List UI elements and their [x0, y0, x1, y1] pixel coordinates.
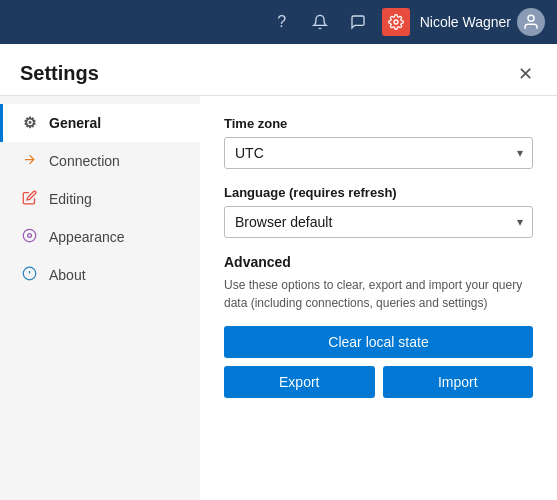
sidebar-label-editing: Editing [49, 191, 92, 207]
username-label: Nicole Wagner [420, 14, 511, 30]
gear-icon: ⚙ [19, 114, 39, 132]
svg-point-0 [394, 20, 398, 24]
connection-icon [19, 152, 39, 170]
timezone-select[interactable]: UTC Local America/New_York America/Los_A… [224, 137, 533, 169]
content-area: Time zone UTC Local America/New_York Ame… [200, 96, 557, 500]
sidebar: ⚙ General Connection Editing [0, 96, 200, 500]
language-label: Language (requires refresh) [224, 185, 533, 200]
advanced-title: Advanced [224, 254, 533, 270]
sidebar-item-connection[interactable]: Connection [0, 142, 200, 180]
export-button[interactable]: Export [224, 366, 375, 398]
svg-point-2 [23, 229, 36, 242]
settings-title: Settings [20, 62, 99, 85]
timezone-label: Time zone [224, 116, 533, 131]
timezone-wrapper: UTC Local America/New_York America/Los_A… [224, 137, 533, 169]
export-import-row: Export Import [224, 366, 533, 398]
clear-local-state-button[interactable]: Clear local state [224, 326, 533, 358]
help-icon[interactable]: ? [268, 8, 296, 36]
user-menu[interactable]: Nicole Wagner [420, 8, 545, 36]
about-icon [19, 266, 39, 284]
advanced-desc: Use these options to clear, export and i… [224, 276, 533, 312]
feedback-icon[interactable] [344, 8, 372, 36]
topbar: ? Nicole Wagner [0, 0, 557, 44]
settings-header: Settings ✕ [0, 44, 557, 95]
appearance-icon [19, 228, 39, 246]
svg-point-3 [27, 234, 31, 238]
svg-point-1 [528, 15, 534, 21]
sidebar-item-appearance[interactable]: Appearance [0, 218, 200, 256]
sidebar-label-appearance: Appearance [49, 229, 125, 245]
language-select[interactable]: Browser default English French German Sp… [224, 206, 533, 238]
import-button[interactable]: Import [383, 366, 534, 398]
sidebar-item-general[interactable]: ⚙ General [0, 104, 200, 142]
notification-icon[interactable] [306, 8, 334, 36]
sidebar-item-editing[interactable]: Editing [0, 180, 200, 218]
editing-icon [19, 190, 39, 208]
settings-body: ⚙ General Connection Editing [0, 95, 557, 500]
sidebar-label-general: General [49, 115, 101, 131]
language-wrapper: Browser default English French German Sp… [224, 206, 533, 238]
main-area: Settings ✕ ⚙ General Connection [0, 44, 557, 500]
sidebar-label-about: About [49, 267, 86, 283]
settings-panel: Settings ✕ ⚙ General Connection [0, 44, 557, 500]
settings-icon[interactable] [382, 8, 410, 36]
close-button[interactable]: ✕ [514, 63, 537, 85]
sidebar-label-connection: Connection [49, 153, 120, 169]
sidebar-item-about[interactable]: About [0, 256, 200, 294]
avatar [517, 8, 545, 36]
